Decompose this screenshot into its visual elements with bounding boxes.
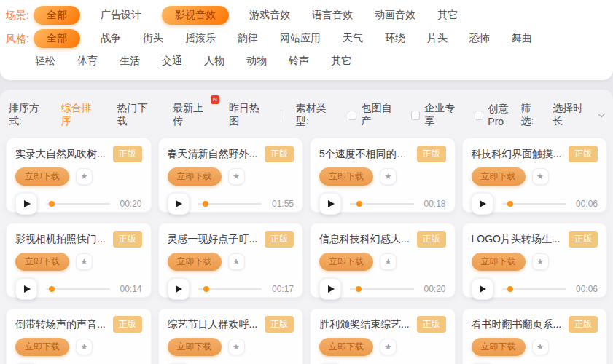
scene-filter-chip[interactable]: 语言音效 <box>311 6 354 25</box>
license-badge: 正版 <box>265 146 294 162</box>
progress-track[interactable] <box>46 288 110 290</box>
favorite-button[interactable]: ★ <box>76 339 93 355</box>
material-option[interactable]: 包图自产 <box>348 102 398 128</box>
style-filter-chip[interactable]: 片头 <box>426 29 449 48</box>
download-button[interactable]: 立即下载 <box>319 167 373 186</box>
audio-title[interactable]: 灵感一现好点子叮... <box>168 233 258 246</box>
style-filter-chip[interactable]: 环绕 <box>383 29 407 48</box>
style-filter-chip[interactable]: 其它 <box>329 52 353 71</box>
audio-title[interactable]: 信息科技科幻感大... <box>319 233 410 246</box>
audio-title[interactable]: 倒带转场声的声音... <box>15 318 106 331</box>
audio-title[interactable]: 胜利颁奖结束综艺... <box>319 318 410 331</box>
play-button[interactable] <box>472 278 493 300</box>
play-button[interactable] <box>168 193 190 215</box>
progress-handle[interactable] <box>356 286 362 292</box>
favorite-button[interactable]: ★ <box>76 253 93 270</box>
download-button[interactable]: 立即下载 <box>168 167 222 186</box>
sort-option[interactable]: 最新上传 N <box>173 102 210 128</box>
progress-handle[interactable] <box>507 201 513 207</box>
duration-dropdown[interactable]: 选择时长 <box>553 102 603 128</box>
progress-track[interactable] <box>46 203 110 205</box>
download-button[interactable]: 立即下载 <box>168 253 222 271</box>
checkbox-icon[interactable] <box>475 111 483 120</box>
scene-filter-chip[interactable]: 动画音效 <box>373 6 417 25</box>
style-filter-chip[interactable]: 铃声 <box>287 52 311 71</box>
style-filter-chip[interactable]: 轻松 <box>34 52 57 71</box>
download-button[interactable]: 立即下载 <box>15 253 69 271</box>
style-filter-chip[interactable]: 网站应用 <box>278 29 322 48</box>
favorite-button[interactable]: ★ <box>228 339 245 355</box>
download-button[interactable]: 立即下载 <box>472 253 526 271</box>
download-button[interactable]: 立即下载 <box>15 167 69 186</box>
download-button[interactable]: 立即下载 <box>319 253 373 271</box>
progress-handle[interactable] <box>203 201 208 207</box>
sort-option[interactable]: 热门下载 <box>117 102 154 128</box>
audio-title[interactable]: 综艺节目人群欢呼... <box>168 318 258 331</box>
progress-track[interactable] <box>198 203 262 205</box>
material-option[interactable]: 创意Pro <box>475 103 520 127</box>
style-filter-chip[interactable]: 生活 <box>118 52 141 71</box>
scene-filter-chip[interactable]: 全部 <box>34 6 80 25</box>
audio-title[interactable]: 5个速度不相同的字... <box>319 148 414 161</box>
style-filter-chip[interactable]: 摇滚乐 <box>184 29 217 48</box>
scene-filter-chip[interactable]: 游戏音效 <box>248 6 292 25</box>
style-filter-chip[interactable]: 舞曲 <box>510 29 534 48</box>
progress-track[interactable] <box>350 288 414 290</box>
play-button[interactable] <box>168 278 190 300</box>
progress-track[interactable] <box>350 203 414 205</box>
favorite-button[interactable]: ★ <box>532 253 549 270</box>
play-button[interactable] <box>319 193 341 215</box>
favorite-button[interactable]: ★ <box>532 168 549 185</box>
download-button[interactable]: 立即下载 <box>168 338 222 356</box>
download-button[interactable]: 立即下载 <box>472 167 526 186</box>
audio-title[interactable]: 看书时翻书翻页系... <box>472 318 562 331</box>
style-filter-chip[interactable]: 街头 <box>141 29 165 48</box>
checkbox-icon[interactable] <box>348 111 356 120</box>
progress-track[interactable] <box>502 288 566 290</box>
audio-title[interactable]: 春天清新自然野外... <box>168 148 258 161</box>
progress-handle[interactable] <box>49 201 55 207</box>
audio-title[interactable]: LOGO片头转场生... <box>472 233 561 246</box>
favorite-button[interactable]: ★ <box>380 339 397 355</box>
style-filter-chip[interactable]: 人物 <box>203 52 226 71</box>
play-button[interactable] <box>15 193 37 215</box>
progress-handle[interactable] <box>203 286 209 292</box>
scene-filter-chip[interactable]: 其它 <box>436 6 459 25</box>
audio-title[interactable]: 实录大自然风吹树... <box>15 148 106 161</box>
play-button[interactable] <box>472 193 493 215</box>
material-option[interactable]: 企业专享 <box>411 102 461 128</box>
favorite-button[interactable]: ★ <box>380 253 397 270</box>
download-button[interactable]: 立即下载 <box>319 338 373 356</box>
download-button[interactable]: 立即下载 <box>15 338 69 356</box>
favorite-button[interactable]: ★ <box>532 339 549 355</box>
progress-handle[interactable] <box>356 201 362 207</box>
favorite-button[interactable]: ★ <box>380 168 397 185</box>
style-filter-row: 风格: 全部 战争 街头 摇滚乐 韵律 网站应用 天气 环绕 <box>6 27 607 73</box>
progress-track[interactable] <box>198 288 262 290</box>
play-button[interactable] <box>15 278 37 300</box>
progress-handle[interactable] <box>507 286 513 292</box>
style-filter-chip[interactable]: 体育 <box>76 52 99 71</box>
audio-card: 综艺节目人群欢呼... 正版 立即下载 ★ 00:11 <box>158 308 304 364</box>
audio-title[interactable]: 影视相机拍照快门... <box>15 233 106 246</box>
progress-track[interactable] <box>502 203 566 205</box>
style-filter-chip[interactable]: 全部 <box>34 29 80 48</box>
style-filter-chip[interactable]: 战争 <box>99 29 122 48</box>
favorite-button[interactable]: ★ <box>228 168 245 185</box>
scene-filter-chip[interactable]: 广告设计 <box>99 6 143 25</box>
style-filter-chip[interactable]: 恐怖 <box>468 29 491 48</box>
progress-handle[interactable] <box>49 286 55 292</box>
style-filter-chip[interactable]: 动物 <box>245 52 268 71</box>
style-filter-chip[interactable]: 天气 <box>341 29 364 48</box>
download-button[interactable]: 立即下载 <box>472 338 526 356</box>
scene-filter-chip[interactable]: 影视音效 <box>162 6 229 25</box>
sort-option[interactable]: 昨日热图 <box>229 102 266 128</box>
play-button[interactable] <box>319 278 341 300</box>
favorite-button[interactable]: ★ <box>76 168 93 185</box>
checkbox-icon[interactable] <box>411 111 420 120</box>
favorite-button[interactable]: ★ <box>228 253 245 270</box>
sort-option[interactable]: 综合排序 <box>61 102 98 128</box>
style-filter-chip[interactable]: 交通 <box>160 52 184 71</box>
audio-title[interactable]: 科技科幻界面触摸... <box>472 148 562 161</box>
style-filter-chip[interactable]: 韵律 <box>236 29 259 48</box>
